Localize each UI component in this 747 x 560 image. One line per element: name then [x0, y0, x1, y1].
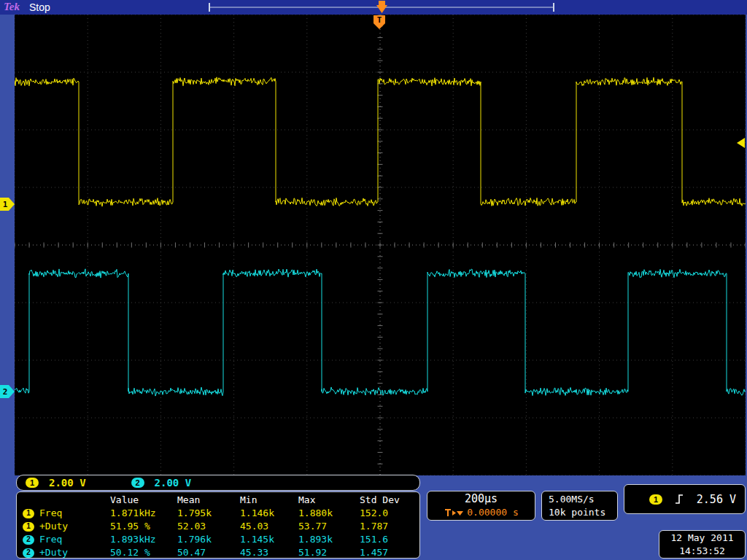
meas-stddev: 1.457: [360, 546, 419, 559]
tek-logo: Tek: [4, 1, 20, 13]
acquisition-status: Stop: [29, 1, 50, 13]
measurement-panel: Value Mean Min Max Std Dev 1Freq 1.871kH…: [16, 491, 420, 559]
meas-mean: 52.03: [177, 520, 240, 533]
top-status-bar: Tek Stop: [0, 0, 747, 15]
rising-edge-icon: [674, 493, 684, 505]
acquisition-readout: 5.00MS/s 10k points: [541, 491, 618, 521]
meas-name: +Duty: [39, 520, 68, 533]
measurement-row-ch1-duty: 1+Duty 51.95 % 52.03 45.03 53.77 1.787: [17, 520, 419, 533]
col-max: Max: [298, 494, 360, 507]
trigger-level-value: 2.56 V: [697, 493, 736, 506]
meas-stddev: 1.787: [360, 520, 419, 533]
ch1-badge: 1: [23, 522, 34, 532]
trigger-delay-icon: [444, 508, 464, 518]
meas-min: 1.145k: [240, 533, 298, 546]
meas-mean: 1.796k: [177, 533, 240, 546]
meas-mean: 50.47: [177, 546, 240, 559]
datetime-readout: 12 May 2011 14:53:52: [659, 530, 746, 559]
col-value: Value: [110, 494, 177, 507]
ch1-badge: 1: [23, 509, 34, 518]
ch1-scale-value: 2.00 V: [49, 477, 86, 489]
meas-name: Freq: [39, 533, 62, 546]
meas-max: 1.893k: [298, 533, 360, 546]
horizontal-readout: 200µs 0.00000 s: [427, 491, 535, 521]
meas-mean: 1.795k: [177, 507, 240, 520]
trigger-source-badge: 1: [649, 494, 662, 505]
record-view-bar: [206, 1, 557, 14]
meas-value: 1.871kHz: [110, 507, 177, 520]
record-length: 10k points: [549, 506, 617, 519]
date-value: 12 May 2011: [659, 532, 745, 545]
meas-stddev: 152.0: [360, 507, 419, 520]
ch1-position-marker-icon: 1: [0, 198, 15, 211]
measurement-row-ch2-duty: 2+Duty 50.12 % 50.47 45.33 51.92 1.457: [17, 546, 419, 559]
meas-max: 1.880k: [298, 507, 360, 520]
meas-value: 50.12 %: [110, 546, 177, 559]
trigger-position-flag-icon: T: [373, 15, 386, 30]
ch2-badge: 2: [23, 535, 34, 545]
measurement-header-row: Value Mean Min Max Std Dev: [17, 494, 419, 507]
svg-text:1: 1: [3, 200, 8, 209]
ch1-badge: 1: [26, 478, 39, 488]
timebase-scale: 200µs: [427, 491, 535, 506]
meas-min: 45.33: [240, 546, 298, 559]
meas-value: 1.893kHz: [110, 533, 177, 546]
ch2-badge: 2: [23, 548, 34, 558]
col-stddev: Std Dev: [360, 494, 419, 507]
meas-max: 53.77: [298, 520, 360, 533]
time-value: 14:53:52: [659, 545, 745, 558]
trigger-readout: 1 2.56 V: [624, 484, 746, 514]
meas-name: Freq: [39, 507, 62, 520]
waveform-graticule: [15, 15, 746, 475]
scope-display: [15, 15, 746, 475]
ch2-badge: 2: [131, 478, 144, 488]
ch2-scale-value: 2.00 V: [155, 477, 192, 489]
measurement-row-ch2-freq: 2Freq 1.893kHz 1.796k 1.145k 1.893k 151.…: [17, 533, 419, 546]
ch2-position-marker-icon: 2: [0, 385, 15, 398]
col-mean: Mean: [177, 494, 240, 507]
svg-text:T: T: [377, 15, 382, 25]
meas-max: 51.92: [298, 546, 360, 559]
meas-min: 45.03: [240, 520, 298, 533]
trigger-level-marker-icon: [735, 138, 746, 148]
measurement-row-ch1-freq: 1Freq 1.871kHz 1.795k 1.146k 1.880k 152.…: [17, 507, 419, 520]
record-trigger-marker-icon: [379, 1, 385, 5]
col-min: Min: [240, 494, 298, 507]
meas-stddev: 151.6: [360, 533, 419, 546]
vertical-scale-readout: 1 2.00 V 2 2.00 V: [16, 475, 420, 491]
meas-value: 51.95 %: [110, 520, 177, 533]
sample-rate: 5.00MS/s: [549, 493, 617, 506]
meas-name: +Duty: [39, 546, 68, 559]
meas-min: 1.146k: [240, 507, 298, 520]
svg-text:2: 2: [3, 387, 8, 397]
trigger-delay-value: 0.00000 s: [467, 506, 518, 519]
